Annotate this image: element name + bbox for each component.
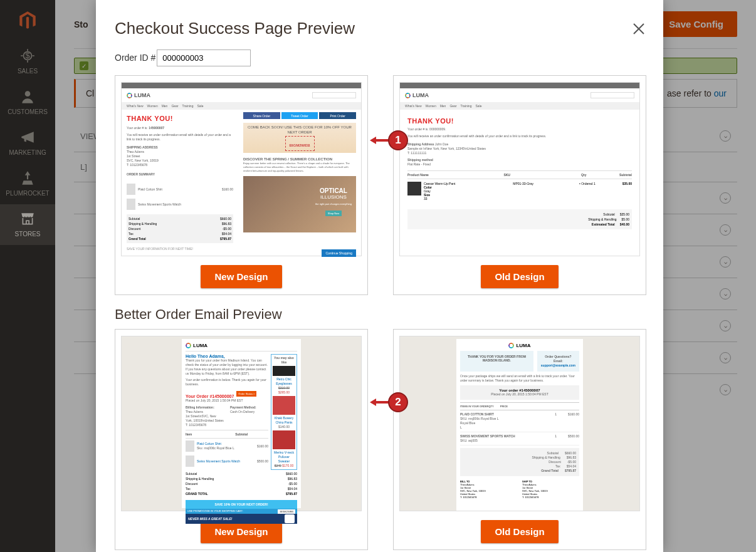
badge-2: 2	[388, 392, 408, 412]
optical-banner: OPTICAL ILLUSIONS the right pair changes…	[243, 176, 356, 232]
order-id-input[interactable]	[157, 49, 251, 66]
order-id-field: Order ID #	[115, 49, 644, 66]
preview-old-success: LUMA What's NewWomenMenGearTrainingSale …	[393, 75, 646, 295]
preview-new-email: LUMA You may also like Retro Chic Eyegla…	[115, 329, 368, 550]
arrow-1-head	[370, 137, 376, 144]
preview-new-success: LUMA What's NewWomenMenGearTrainingSale …	[115, 75, 368, 295]
old-design-button-1[interactable]: Old Design	[481, 265, 558, 288]
preview-old-email: LUMA THANK YOU FOR YOUR ORDER FROM MADIS…	[393, 329, 646, 550]
badge-1: 1	[388, 130, 408, 150]
thumbs-up-icon	[285, 514, 295, 523]
arrow-2-head	[370, 398, 376, 406]
old-design-button-2[interactable]: Old Design	[481, 520, 558, 543]
thumbnail-old-email: LUMA THANK YOU FOR YOUR ORDER FROM MADIS…	[399, 336, 640, 511]
thumbnail-new-success: LUMA What's NewWomenMenGearTrainingSale …	[121, 82, 362, 256]
modal-title-2: Better Order Email Preview	[115, 306, 644, 323]
close-icon[interactable]	[632, 22, 646, 38]
thumbnail-new-email: LUMA You may also like Retro Chic Eyegla…	[121, 336, 362, 511]
modal-title-1: Checkout Success Page Preview	[115, 19, 644, 38]
thumbnail-old-success: LUMA What's NewWomenMenGearTrainingSale …	[399, 82, 640, 256]
new-design-button-1[interactable]: New Design	[201, 265, 281, 288]
preview-modal: Checkout Success Page Preview Order ID #…	[96, 0, 663, 552]
